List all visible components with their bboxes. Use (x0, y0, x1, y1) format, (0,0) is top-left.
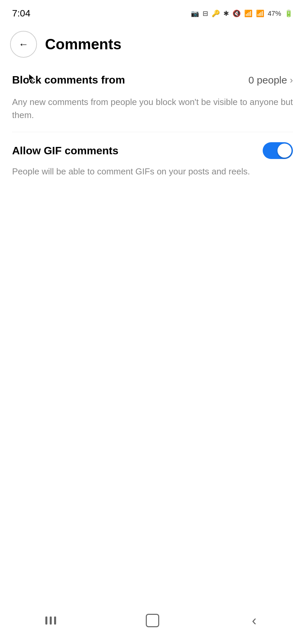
home-icon (146, 614, 159, 627)
bottom-nav: ‹ (0, 604, 305, 644)
gif-description: People will be able to comment GIFs on y… (12, 165, 293, 185)
back-nav-icon: ‹ (252, 613, 257, 628)
header: ← Comments (0, 24, 305, 64)
block-comments-label: Block comments from (12, 74, 125, 86)
allow-gif-label: Allow GIF comments (12, 145, 118, 157)
mute-icon: 🔇 (232, 9, 241, 17)
block-comments-count: 0 people (249, 74, 287, 86)
recents-button[interactable] (37, 610, 64, 631)
block-comments-value[interactable]: 0 people › (249, 74, 293, 86)
content: Block comments from 0 people › Any new c… (0, 64, 305, 188)
status-icons: 📷 ⊟ 🔑 ✱ 🔇 📶 📶 47% 🔋 (191, 9, 293, 17)
back-nav-button[interactable]: ‹ (241, 610, 268, 631)
back-arrow-icon: ← (18, 39, 29, 49)
chevron-right-icon: › (290, 75, 293, 86)
wifi-icon: 📶 (244, 9, 253, 17)
home-button[interactable] (139, 610, 166, 631)
recents-icon (45, 616, 56, 625)
back-button[interactable]: ← (10, 31, 37, 58)
toggle-thumb (277, 144, 292, 158)
gif-toggle[interactable] (263, 142, 293, 159)
bluetooth-icon: ✱ (223, 9, 229, 17)
status-time: 7:04 (12, 8, 31, 19)
allow-gif-row: Allow GIF comments (12, 132, 293, 165)
block-comments-description: Any new comments from people you block w… (12, 92, 293, 132)
video-icon: 📷 (191, 9, 199, 17)
page-title: Comments (45, 36, 121, 53)
battery-text: 47% (268, 10, 281, 17)
signal-icon: 📶 (256, 9, 264, 17)
block-comments-row[interactable]: Block comments from 0 people › (12, 68, 293, 92)
key-icon: 🔑 (212, 9, 220, 17)
battery-icon: 🔋 (285, 9, 293, 17)
status-bar: 7:04 📷 ⊟ 🔑 ✱ 🔇 📶 📶 47% 🔋 (0, 0, 305, 24)
toggle-track[interactable] (263, 142, 293, 159)
sim-icon: ⊟ (203, 9, 208, 17)
